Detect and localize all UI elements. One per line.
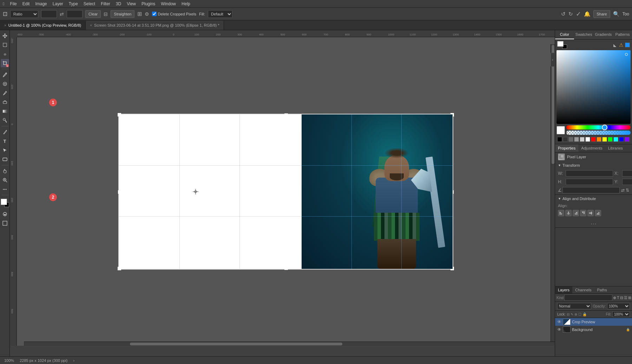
hue-slider[interactable]	[566, 125, 631, 130]
menu-item-filter[interactable]: Filter	[101, 1, 110, 6]
spot-heal-tool[interactable]	[1, 80, 9, 88]
commit-icon[interactable]: ✓	[576, 10, 581, 18]
more-align-options[interactable]: …	[555, 217, 632, 227]
swatch-green[interactable]	[608, 137, 613, 142]
align-header[interactable]: ▼ Align and Distribute	[555, 195, 632, 203]
menu-item-plugins[interactable]: Plugins	[141, 1, 155, 6]
alpha-slider[interactable]	[566, 131, 631, 135]
move-tool[interactable]	[1, 32, 9, 40]
gradients-tab[interactable]: Gradients	[594, 30, 613, 39]
layer-vis-crop[interactable]: 👁	[557, 319, 561, 324]
menu-item-file[interactable]: File	[10, 1, 17, 6]
lock-pixels-icon[interactable]: ✎	[571, 312, 573, 316]
more-tools-btn[interactable]: •••	[1, 185, 9, 193]
eraser-tool[interactable]	[1, 98, 9, 106]
paths-tab[interactable]: Paths	[594, 286, 610, 293]
layer-background[interactable]: 👁 Background 🔒	[555, 326, 632, 333]
align-left[interactable]	[558, 210, 564, 216]
fg-swatch-small[interactable]	[557, 41, 564, 47]
menu-item-3d[interactable]: 3D	[116, 1, 121, 6]
eyedropper-tool[interactable]	[1, 71, 9, 79]
gradient-tool[interactable]	[1, 107, 9, 115]
crop-width-input[interactable]	[41, 10, 57, 18]
menu-item-select[interactable]: Select	[84, 1, 95, 6]
mask-mode-btn[interactable]	[1, 210, 9, 218]
align-right[interactable]	[573, 210, 579, 216]
straighten-button[interactable]: Straighten	[111, 10, 134, 18]
libraries-tab[interactable]: Libraries	[605, 144, 626, 152]
patterns-tab[interactable]: Patterns	[613, 30, 632, 39]
selection-tool[interactable]	[1, 41, 9, 49]
swatch-dark-gray[interactable]	[563, 137, 568, 142]
angle-input[interactable]: 0.00°	[562, 187, 620, 193]
lock-artboard-icon[interactable]: ☐	[578, 312, 581, 316]
menu-item-view[interactable]: View	[127, 1, 136, 6]
menu-item-edit[interactable]: Edit	[22, 1, 30, 6]
swatch-mid-gray[interactable]	[568, 137, 573, 142]
swatch-blue[interactable]	[619, 137, 624, 142]
layers-filter-btn[interactable]: ⊕	[613, 294, 616, 301]
layers-search-input[interactable]	[564, 294, 612, 301]
swatch-white[interactable]	[585, 137, 590, 142]
width-input[interactable]: 1024 px	[566, 170, 613, 177]
menu-item-layer[interactable]: Layer	[53, 1, 63, 6]
y-input[interactable]: 0.1 px	[622, 179, 632, 185]
transform-header[interactable]: ▼ Transform	[555, 161, 632, 169]
menu-item-window[interactable]: Window	[161, 1, 176, 6]
lasso-tool[interactable]: ⲑ	[1, 50, 9, 58]
menu-item-ps[interactable]: 	[3, 1, 4, 6]
blend-mode-select[interactable]: Normal	[557, 303, 591, 309]
tab-2[interactable]: × Screen Shot 2023-06-14 at 3.51.10 PM.p…	[86, 21, 224, 30]
crop-tool-btn[interactable]: 1	[1, 59, 9, 67]
swatch-red[interactable]	[591, 137, 596, 142]
color-gradient-picker[interactable]	[557, 50, 631, 124]
status-arrow[interactable]: ›	[73, 358, 75, 363]
properties-tab[interactable]: Properties	[555, 144, 578, 152]
lock-transparent-icon[interactable]: ⊟	[567, 312, 570, 316]
fill-select-layers[interactable]: 100%	[612, 311, 630, 317]
search-icon[interactable]: 🔍	[613, 11, 620, 17]
layers-mask-btn[interactable]: ☰	[624, 294, 627, 301]
tab-2-close[interactable]: ×	[90, 24, 92, 27]
share-button[interactable]: Share	[593, 10, 610, 18]
delete-pixels-checkbox[interactable]	[152, 12, 157, 16]
foreground-color-swatch[interactable]	[1, 199, 7, 205]
opacity-select[interactable]: 100%	[607, 303, 630, 309]
flip-h-icon[interactable]: ⇄	[621, 188, 625, 193]
shape-tool[interactable]	[1, 155, 9, 164]
type-tool[interactable]: T	[1, 137, 9, 145]
pen-tool[interactable]	[1, 128, 9, 136]
swatch-purple[interactable]	[625, 137, 630, 142]
path-select-tool[interactable]	[1, 146, 9, 154]
h-scrollbar-thumb[interactable]	[130, 343, 342, 345]
align-middle[interactable]	[587, 210, 594, 216]
hue-slider-thumb[interactable]	[602, 125, 607, 130]
redo-icon[interactable]: ↻	[568, 11, 573, 17]
menu-item-image[interactable]: Image	[35, 1, 47, 6]
tab-1-close[interactable]: ×	[4, 24, 6, 27]
color-mode-square[interactable]	[625, 42, 630, 47]
reset-colors-icon[interactable]	[613, 43, 618, 47]
adjustments-tab[interactable]: Adjustments	[578, 144, 605, 152]
swatch-yellow[interactable]	[602, 137, 607, 142]
layer-vis-bg[interactable]: 👁	[557, 327, 561, 332]
swatch-light-gray[interactable]	[574, 137, 579, 142]
crop-height-input[interactable]	[67, 10, 83, 18]
layers-new-btn[interactable]: T	[617, 294, 619, 301]
flip-v-icon[interactable]: ⇅	[626, 188, 629, 193]
screen-mode-btn[interactable]	[1, 219, 9, 227]
lock-all-icon[interactable]: 🔒	[582, 312, 587, 316]
panel-collapse-btn[interactable]: ‹	[551, 53, 555, 67]
color-picker-cursor[interactable]	[625, 53, 628, 56]
height-input[interactable]: 1024 px	[566, 179, 613, 185]
ratio-select[interactable]: Ratio	[10, 10, 38, 18]
x-input[interactable]: 0.00 px	[622, 170, 632, 177]
align-top[interactable]	[580, 210, 586, 216]
swatches-tab[interactable]: Swatches	[574, 30, 594, 39]
swap-icon[interactable]: ⇄	[60, 11, 64, 17]
lock-position-icon[interactable]: ⊕	[574, 312, 577, 316]
canvas-scroll-area[interactable]: 1 2	[17, 37, 555, 346]
swatch-cyan[interactable]	[613, 137, 618, 142]
align-bottom[interactable]	[595, 210, 601, 216]
swatch-lighter-gray[interactable]	[580, 137, 585, 142]
